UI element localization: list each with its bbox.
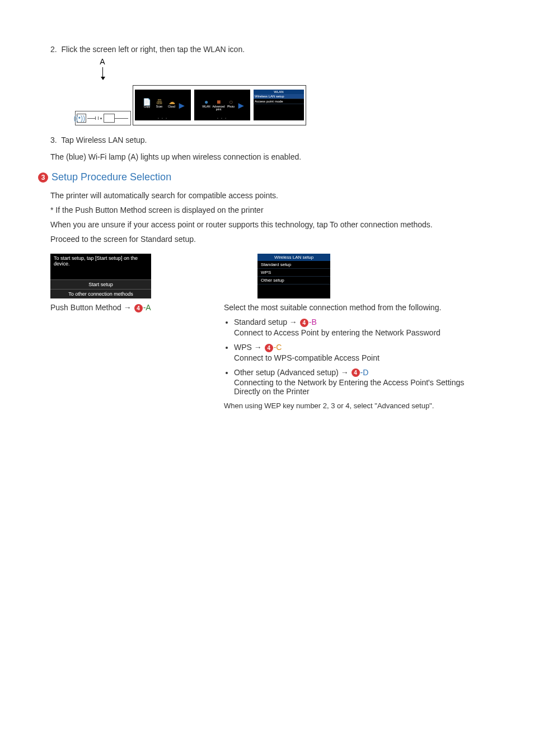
start-setup-screen: To start setup, tap [Start setup] on the… bbox=[50, 254, 151, 298]
arrow-right-icon: ▸ bbox=[179, 99, 184, 111]
ref-badge-icon: 4 bbox=[300, 319, 308, 327]
screen-3: WLAN Wireless LAN setup Access point mod… bbox=[254, 90, 304, 120]
ref-badge-icon: 4 bbox=[265, 344, 273, 352]
screen-slot bbox=[104, 114, 115, 123]
ref-badge-icon: 4 bbox=[352, 368, 360, 377]
menu-item-wlan-setup: Wireless LAN setup bbox=[254, 94, 304, 99]
dot-icon bbox=[100, 118, 102, 119]
para-proceed: Proceed to the screen for Standard setup… bbox=[50, 235, 484, 244]
arrow-down-icon bbox=[102, 67, 103, 80]
wifi-lamp-box: ((•)) bbox=[77, 114, 86, 123]
start-setup-text: To start setup, tap [Start setup] on the… bbox=[50, 254, 151, 279]
option-wps-desc: Connect to WPS-compatible Access Point bbox=[234, 353, 476, 362]
start-setup-button: Start setup bbox=[50, 279, 151, 289]
arrow-right-icon: ▸ bbox=[238, 99, 243, 111]
screens-row: 📄Copy🖷Scan☁Cloud ▸ • • • ●WLAN■Advanced … bbox=[133, 85, 306, 125]
step-2-text: Flick the screen left or right, then tap… bbox=[61, 45, 245, 54]
app-icon: ○Photo bbox=[226, 99, 236, 112]
para-auto-search: The printer will automatically search fo… bbox=[50, 191, 484, 200]
wifi-lamp-note: The (blue) Wi-Fi lamp (A) lights up when… bbox=[50, 152, 484, 161]
step-3: 3. Tap Wireless LAN setup. bbox=[50, 136, 484, 144]
label-col: A ((•)) bbox=[75, 57, 131, 125]
step-3-text: Tap Wireless LAN setup. bbox=[61, 136, 147, 144]
wifi-icon: ((•)) bbox=[74, 115, 85, 122]
select-method-text: Select the most suitable connection meth… bbox=[224, 303, 476, 312]
menu-wps: WPS bbox=[257, 269, 330, 277]
step-2: 2. Flick the screen left or right, then … bbox=[50, 45, 484, 125]
step-3-num: 3. bbox=[50, 136, 57, 144]
menu-title: WLAN bbox=[254, 90, 304, 94]
option-other-desc: Connecting to the Network by Entering th… bbox=[234, 378, 476, 396]
page-dots-icon: • • • bbox=[135, 116, 191, 120]
left-column: To start setup, tap [Start setup] on the… bbox=[50, 254, 174, 312]
wlan-setup-screen: Wireless LAN setup Standard setup WPS Ot… bbox=[257, 254, 330, 298]
page-dots-icon: • • • bbox=[194, 116, 250, 120]
app-icon: 📄Copy bbox=[142, 99, 152, 112]
app-icon: ■Advanced print bbox=[214, 99, 224, 112]
ref-badge-icon: 4 bbox=[134, 304, 143, 312]
link-4A[interactable]: -A bbox=[143, 303, 151, 312]
options-list: Standard setup → 4-B Connect to Access P… bbox=[224, 318, 476, 396]
menu-item-ap-mode: Access point mode bbox=[254, 99, 304, 104]
step-2-num: 2. bbox=[50, 45, 57, 54]
option-other: Other setup (Advanced setup) → 4-D Conne… bbox=[234, 368, 476, 396]
link-4C[interactable]: -C bbox=[274, 343, 282, 352]
printer-panel: ((•)) bbox=[75, 111, 131, 125]
app-icon: 🖷Scan bbox=[154, 99, 165, 112]
section-title: Setup Procedure Selection bbox=[51, 171, 171, 183]
label-A: A bbox=[100, 57, 105, 66]
para-push-button-note: * If the Push Button Method screen is di… bbox=[50, 206, 484, 214]
menu-standard-setup: Standard setup bbox=[257, 261, 330, 269]
menu-other-setup: Other setup bbox=[257, 277, 330, 284]
push-button-label: Push Button Method → 4-A bbox=[50, 303, 174, 312]
option-standard-desc: Connect to Access Point by entering the … bbox=[234, 328, 476, 337]
right-column: Wireless LAN setup Standard setup WPS Ot… bbox=[224, 254, 476, 416]
link-4B[interactable]: -B bbox=[309, 318, 317, 326]
screen-2: ●WLAN■Advanced print○Photo ▸ • • • bbox=[194, 90, 250, 120]
other-methods-button: To other connection methods bbox=[50, 289, 151, 298]
wep-footnote: When using WEP key number 2, 3 or 4, sel… bbox=[224, 402, 476, 410]
option-standard: Standard setup → 4-B Connect to Access P… bbox=[234, 318, 476, 337]
section-badge-icon: 3 bbox=[38, 172, 48, 183]
section-header: 3 Setup Procedure Selection bbox=[38, 171, 484, 183]
app-icon: ☁Cloud bbox=[167, 99, 177, 112]
option-wps: WPS → 4-C Connect to WPS-compatible Acce… bbox=[234, 343, 476, 362]
screen-1: 📄Copy🖷Scan☁Cloud ▸ • • • bbox=[135, 90, 191, 120]
para-unsure: When you are unsure if your access point… bbox=[50, 220, 484, 229]
wlan-setup-title: Wireless LAN setup bbox=[257, 254, 330, 261]
device-figure: A ((•)) bbox=[75, 57, 484, 125]
link-4D[interactable]: -D bbox=[360, 368, 369, 377]
app-icon: ●WLAN bbox=[202, 99, 212, 112]
